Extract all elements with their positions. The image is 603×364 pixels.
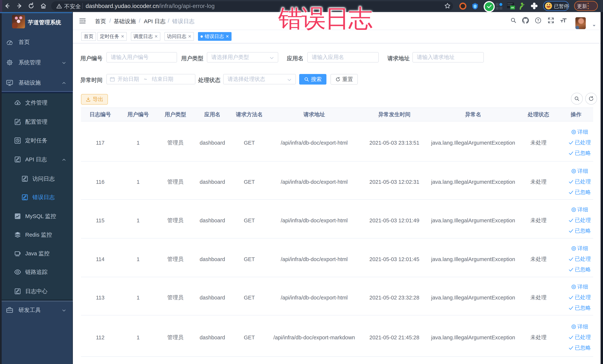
svg-text:?: ?	[537, 19, 539, 22]
